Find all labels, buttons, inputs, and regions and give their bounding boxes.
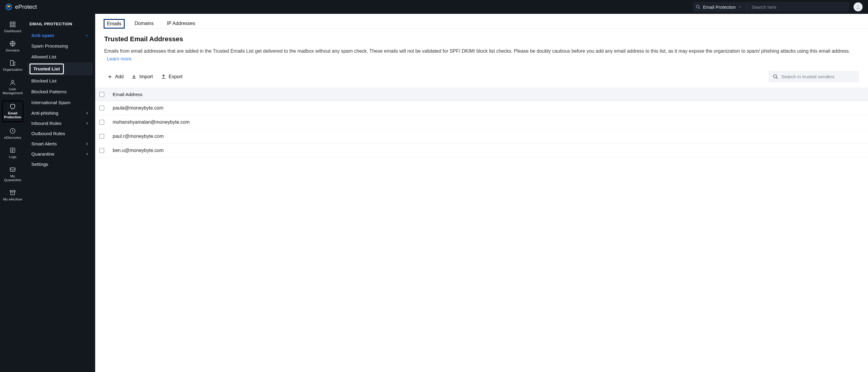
svg-rect-9 [13,62,15,66]
svg-rect-4 [13,22,15,24]
sidebar-item-allowed-list[interactable]: Allowed List [28,52,93,62]
add-label: Add [115,74,123,79]
chevron-right-icon [85,142,89,146]
import-label: Import [139,74,153,79]
page-title: Trusted Email Addresses [104,35,859,43]
icon-rail: Dashboard Domains Organization User Mana… [0,14,25,372]
chevron-right-icon [85,121,89,126]
rail-label: Dashboard [4,29,21,33]
svg-rect-3 [10,22,12,24]
rail-item-ediscovery[interactable]: eDiscovery [2,126,24,141]
search-icon [773,74,778,79]
logs-icon [9,147,16,154]
svg-point-10 [11,80,13,82]
row-checkbox[interactable] [99,120,104,125]
cell-email: ben.u@moneybyte.com [113,148,864,153]
table-row[interactable]: mohanshyamalan@moneybyte.com [95,115,868,129]
sidebar-item-inbound-rules[interactable]: Inbound Rules [28,118,93,129]
sidebar-item-label: Quarantine [31,151,55,157]
svg-line-1 [699,7,700,9]
chevron-right-icon [85,152,89,156]
scope-dropdown[interactable]: Email Protection [696,4,742,10]
globe-icon [9,40,16,47]
archive-icon [9,189,16,196]
row-checkbox[interactable] [99,106,104,110]
rail-item-organization[interactable]: Organization [2,58,24,73]
dashboard-icon [9,21,16,28]
tab-domains[interactable]: Domains [131,19,157,28]
svg-rect-6 [13,25,15,27]
rail-item-dashboard[interactable]: Dashboard [2,19,24,35]
svg-point-2 [857,5,859,7]
chevron-down-icon [738,5,742,9]
sidebar-item-label: Smart Alerts [31,141,57,146]
sidebar-item-outbound-rules[interactable]: Outbound Rules [28,129,93,139]
svg-point-0 [696,5,699,8]
learn-more-link[interactable]: Learn more [107,56,132,61]
avatar[interactable] [854,2,863,11]
import-icon [131,74,137,79]
tab-emails[interactable]: Emails [103,19,125,29]
rail-label: Domains [6,48,19,53]
rail-item-user-management[interactable]: User Management [2,77,24,97]
rail-item-my-quarantine[interactable]: My Quarantine [2,164,24,184]
rail-item-domains[interactable]: Domains [2,38,24,54]
rail-item-my-earchive[interactable]: My eArchive [2,188,24,203]
svg-rect-8 [10,61,13,66]
row-checkbox[interactable] [99,148,104,153]
rail-item-email-protection[interactable]: Email Protection [2,101,24,122]
sidebar-item-anti-spam[interactable]: Anti-spam [28,30,93,41]
topbar: eProtect Email Protection [0,0,868,14]
scope-selector: Email Protection [693,2,849,12]
global-search-input[interactable] [752,4,846,10]
add-button[interactable]: Add [107,74,123,79]
sidebar-item-blocked-patterns[interactable]: Blocked Patterns [28,87,93,97]
page-description-text: Emails from email addresses that are add… [104,48,850,54]
svg-rect-15 [11,192,15,195]
brand-name: eProtect [15,4,37,10]
table-search-input[interactable] [781,74,855,79]
rail-label: Organization [3,68,22,72]
scope-label: Email Protection [703,4,736,10]
sidebar-item-blocked-list[interactable]: Blocked List [28,75,93,87]
rail-label: Logs [9,155,17,159]
table-row[interactable]: paula@moneybyte.com [95,101,868,115]
sidebar-item-label: Anti-spam [31,33,54,38]
sidebar-item-label: Anti-phishing [31,110,58,116]
svg-point-16 [773,75,777,78]
sub-sidebar: EMAIL PROTECTION Anti-spam Spam Processi… [25,14,95,372]
svg-rect-13 [10,168,16,171]
row-checkbox[interactable] [99,134,104,139]
sidebar-item-trusted-list: Trusted List [30,64,64,74]
toolbar: Add Import Export [104,64,859,88]
sidebar-item-quarantine[interactable]: Quarantine [28,149,93,159]
import-button[interactable]: Import [131,74,153,79]
divider [747,4,747,10]
svg-rect-5 [10,25,12,27]
building-icon [9,60,16,66]
table-search [769,71,859,82]
sidebar-item-label: Settings [31,162,48,167]
sidebar-item-settings[interactable]: Settings [28,159,93,169]
main-content: Emails Domains IP Addresses Trusted Emai… [95,14,868,372]
sidebar-item-trusted-list-container[interactable]: Trusted List [28,62,93,75]
table-row[interactable]: ben.u@moneybyte.com [95,143,868,158]
rail-item-logs[interactable]: Logs [2,145,24,161]
sub-sidebar-title: EMAIL PROTECTION [28,19,93,30]
sidebar-item-smart-alerts[interactable]: Smart Alerts [28,139,93,149]
chevron-down-icon [85,33,89,38]
brand-logo-icon [5,4,12,10]
search-icon [696,4,701,9]
plus-icon [107,74,113,79]
sidebar-item-anti-phishing[interactable]: Anti-phishing [28,108,93,118]
sidebar-item-international-spam[interactable]: International Spam [28,97,93,108]
table-row[interactable]: paul.r@moneybyte.com [95,129,868,143]
tab-ip-addresses[interactable]: IP Addresses [163,19,198,28]
rail-label: My eArchive [3,197,22,201]
export-label: Export [169,74,183,79]
rail-label: User Management [2,87,23,95]
sidebar-item-spam-processing[interactable]: Spam Processing [28,41,93,52]
select-all-checkbox[interactable] [99,92,104,97]
tabs: Emails Domains IP Addresses [95,14,868,29]
export-button[interactable]: Export [161,74,183,79]
